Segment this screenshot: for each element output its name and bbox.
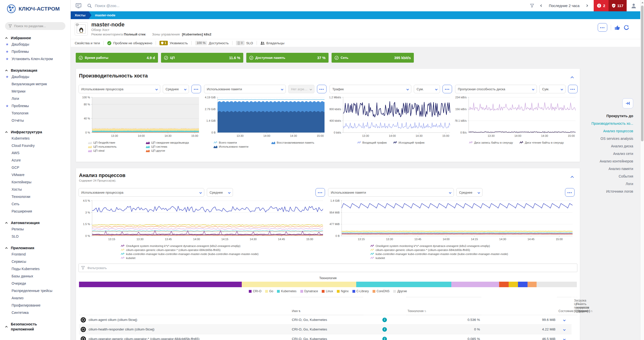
sidebar-item[interactable]: ★Визуализация метрик	[0, 80, 70, 88]
expand-row-icon[interactable]	[563, 319, 566, 321]
sidebar-item[interactable]: ★Анализ	[0, 294, 70, 302]
breadcrumb-hosts[interactable]: Хосты	[71, 11, 92, 19]
column-header[interactable]: Состояние⇅	[557, 297, 572, 315]
chart-options-button[interactable]: •••	[442, 85, 452, 93]
expand-row-icon[interactable]	[563, 338, 566, 340]
sidebar-item[interactable]: ★Проблемы	[0, 102, 70, 109]
tech-segment[interactable]	[528, 282, 537, 287]
chart-options-button[interactable]: •••	[315, 188, 325, 197]
table-row[interactable]: cilium-health-responder cilium (cilium-5…	[79, 325, 577, 334]
column-header[interactable]: Имя⇅	[290, 297, 363, 315]
sidebar-item[interactable]: ★Хосты	[0, 186, 70, 193]
tech-segment[interactable]	[242, 282, 356, 287]
sidebar-item[interactable]: ★Дашборды	[0, 40, 70, 48]
vulnerability-status[interactable]: 1 Уязвимость	[159, 41, 188, 45]
status-tile[interactable]: Время работы4.9 d	[76, 53, 158, 63]
metric-select[interactable]: Использование памяти	[328, 188, 454, 197]
sidebar-item[interactable]: ★Синтетика	[0, 309, 70, 316]
sort-icon[interactable]: ⇅	[298, 310, 300, 313]
sidebar-section-header[interactable]: Избранное	[0, 35, 60, 40]
thumbs-up-icon[interactable]	[615, 25, 620, 30]
sidebar-item[interactable]: ★GCP	[0, 164, 70, 171]
sidebar-item[interactable]: ★Отчёты	[0, 117, 70, 124]
dashboard-monitor-icon[interactable]	[76, 3, 81, 8]
global-search-input[interactable]: Поиск @zoo...	[95, 4, 119, 8]
search-icon[interactable]	[87, 4, 92, 8]
sidebar-item[interactable]: ★SLO	[0, 233, 70, 240]
sort-icon[interactable]: ⇅	[591, 310, 593, 313]
tech-segment[interactable]	[509, 282, 518, 287]
table-row[interactable]: cilium-operator-generic cilium-operator-…	[79, 334, 577, 340]
process-name[interactable]: cilium-health-responder cilium (cilium-5…	[89, 327, 154, 331]
sidebar-item[interactable]: ★Распределенные трейсы	[0, 287, 70, 294]
metric-select[interactable]: Использование памяти	[204, 85, 286, 93]
collapse-panel-button[interactable]	[622, 98, 633, 108]
sidebar-item[interactable]: ★Сеть	[0, 200, 70, 207]
chart-options-button[interactable]: •••	[568, 85, 578, 93]
sidebar-item[interactable]: ★Базы данных	[0, 272, 70, 280]
metric-select[interactable]: Использование процессора	[78, 188, 204, 197]
sidebar-item[interactable]: ★Сервисы	[0, 258, 70, 265]
aggregation-select[interactable]: Нет агрегац...	[288, 85, 314, 93]
status-tile[interactable]: Сеть395 kbit/s	[332, 53, 414, 63]
scroll-to-link[interactable]: Анализ сети	[570, 152, 633, 156]
expand-row-icon[interactable]	[563, 328, 566, 331]
tech-segment[interactable]	[356, 282, 451, 287]
brand-logo[interactable]: КЛЮЧ-АСТРОМ	[0, 0, 70, 14]
scroll-to-link[interactable]: Источники логов	[570, 189, 633, 193]
sidebar-item[interactable]: ★Технологии	[0, 193, 70, 200]
scroll-to-link[interactable]: Производительность хо...	[570, 121, 633, 125]
chart-options-button[interactable]: •••	[317, 85, 327, 93]
sidebar-item[interactable]: ★AWS	[0, 149, 70, 156]
sidebar-item[interactable]: ★Kubernetes	[0, 135, 70, 142]
sidebar-search-input[interactable]: Поиск по разделам...	[5, 22, 65, 30]
process-name[interactable]: cilium-operator-generic cilium-operator-…	[89, 337, 199, 340]
zones-value[interactable]: [Kubernetes] k8s2	[182, 32, 211, 36]
process-name[interactable]: cilium-agent cilium (cilium-5tcwj)	[89, 318, 137, 322]
metric-select[interactable]: Использование процессора	[78, 85, 160, 93]
sidebar-section-header[interactable]: Приложения	[0, 245, 60, 250]
sidebar-item[interactable]: ★Контейнеры	[0, 178, 70, 186]
refresh-icon[interactable]	[624, 25, 629, 30]
process-filter-input[interactable]	[78, 264, 577, 272]
chart-options-button[interactable]: •••	[191, 85, 201, 93]
more-actions-button[interactable]: •••	[598, 23, 607, 32]
time-range-selector[interactable]: Последние 2 часа	[549, 4, 580, 8]
scroll-to-link[interactable]: События	[570, 174, 633, 178]
state-info-icon[interactable]: i	[382, 318, 387, 322]
scroll-to-link[interactable]: Анализ процессов	[570, 129, 633, 133]
aggregation-select[interactable]: Среднее	[207, 188, 233, 197]
scroll-to-link[interactable]: OS services analysis	[570, 137, 633, 141]
tech-segment[interactable]	[518, 282, 528, 287]
sidebar-section-header[interactable]: Визуализация	[0, 68, 60, 73]
sidebar-section-header[interactable]: Безопасность приложений	[0, 322, 60, 332]
problems-status[interactable]: Проблем не обнаружено	[107, 41, 152, 45]
user-icon[interactable]	[631, 3, 637, 9]
sidebar-item[interactable]: ★Расширения	[0, 207, 70, 215]
sidebar-item[interactable]: ★Проблемы	[0, 48, 70, 55]
metric-select[interactable]: Пропускная способность диска	[455, 85, 537, 93]
sidebar-item[interactable]: ★Топология	[0, 109, 70, 117]
sidebar-item[interactable]: ★Установить Ключ-Астром	[0, 55, 70, 62]
collapse-section-icon[interactable]	[571, 75, 573, 80]
sidebar-item[interactable]: ★Cloud Foundry	[0, 142, 70, 149]
owners-link[interactable]: Владельцы	[260, 41, 285, 45]
sidebar-item[interactable]: ★Дашборды	[0, 73, 70, 80]
aggregation-select[interactable]: Сум.	[414, 85, 440, 93]
sidebar-item[interactable]: ★Профилирование	[0, 302, 70, 309]
status-tile[interactable]: Доступная память37 %	[246, 53, 329, 63]
sort-icon[interactable]: ⇅	[424, 310, 426, 313]
tech-segment[interactable]	[79, 282, 242, 287]
properties-tags-link[interactable]: Свойства и теги	[75, 41, 100, 45]
slo-status[interactable]: 0 SLO	[236, 41, 253, 45]
sidebar-item[interactable]: ★Очереди	[0, 280, 70, 287]
scrollbar-thumb[interactable]	[641, 6, 643, 141]
table-row[interactable]: cilium-agent cilium (cilium-5tcwj)CRI-O,…	[79, 315, 577, 325]
tech-segment[interactable]	[537, 282, 577, 287]
sidebar-item[interactable]: ★Метрики	[0, 88, 70, 95]
scrollbar-up-arrow[interactable]	[641, 2, 643, 3]
tech-segment[interactable]	[499, 282, 509, 287]
sidebar-section-header[interactable]: Автоматизация	[0, 220, 60, 225]
tech-segment[interactable]	[451, 282, 499, 287]
sidebar-section-header[interactable]: Инфраструктура	[0, 130, 60, 135]
